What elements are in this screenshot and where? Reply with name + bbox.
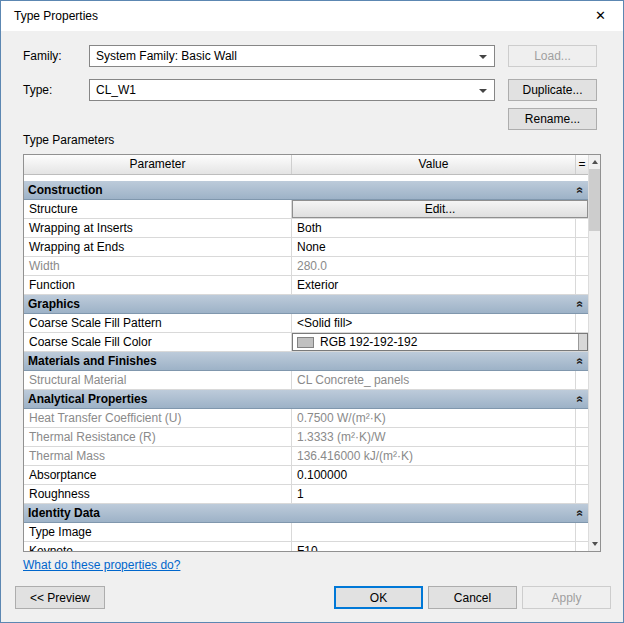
color-value-field[interactable]: RGB 192-192-192 xyxy=(292,333,588,351)
parameter-value[interactable]: <Solid fill> xyxy=(292,314,576,332)
parameters-rows: Construction«StructureEdit...Wrapping at… xyxy=(24,181,588,552)
equalize-cell xyxy=(576,447,588,465)
cancel-button[interactable]: Cancel xyxy=(428,586,517,609)
parameter-value[interactable] xyxy=(292,523,576,541)
collapse-chevron-icon[interactable]: « xyxy=(572,396,590,403)
section-header-row[interactable]: Identity Data« xyxy=(24,504,588,523)
collapse-chevron-icon[interactable]: « xyxy=(572,358,590,365)
parameter-name: Heat Transfer Coefficient (U) xyxy=(24,409,292,427)
section-title: Analytical Properties xyxy=(28,390,147,408)
parameter-row: Wrapping at EndsNone xyxy=(24,238,588,257)
scroll-up-icon[interactable] xyxy=(589,155,600,169)
parameter-row: StructureEdit... xyxy=(24,200,588,219)
parameter-name: Type Image xyxy=(24,523,292,541)
parameter-value[interactable]: F10 xyxy=(292,542,576,552)
title-bar[interactable]: Type Properties ✕ xyxy=(1,1,623,31)
equalize-cell xyxy=(576,276,588,294)
parameter-name: Function xyxy=(24,276,292,294)
table-content: Parameter Value = Construction«Structure… xyxy=(24,155,588,552)
parameter-name: Structural Material xyxy=(24,371,292,389)
parameter-value: RGB 192-192-192 xyxy=(292,333,588,351)
parameter-name: Keynote xyxy=(24,542,292,552)
column-header-equalize[interactable]: = xyxy=(576,155,588,174)
section-title: Materials and Finishes xyxy=(28,352,157,370)
chevron-down-icon xyxy=(479,55,487,59)
preview-button[interactable]: << Preview xyxy=(15,586,105,609)
parameter-value: 280.0 xyxy=(292,257,576,275)
family-combobox[interactable]: System Family: Basic Wall xyxy=(89,45,495,67)
parameter-value[interactable]: None xyxy=(292,238,576,256)
window-title: Type Properties xyxy=(14,9,98,23)
parameter-value: CL Concrete_ panels xyxy=(292,371,576,389)
column-header-parameter[interactable]: Parameter xyxy=(24,155,292,174)
parameter-row: Absorptance0.100000 xyxy=(24,466,588,485)
type-combobox-value: CL_W1 xyxy=(96,83,136,97)
type-combobox[interactable]: CL_W1 xyxy=(89,79,495,101)
column-header-value[interactable]: Value xyxy=(292,155,576,174)
scrollbar-thumb[interactable] xyxy=(589,169,600,231)
parameter-value: 0.7500 W/(m²·K) xyxy=(292,409,576,427)
scroll-down-icon[interactable] xyxy=(589,537,600,551)
chevron-down-icon xyxy=(479,89,487,93)
properties-help-link[interactable]: What do these properties do? xyxy=(23,558,180,572)
table-header-row: Parameter Value = xyxy=(24,155,588,175)
parameter-row: Coarse Scale Fill ColorRGB 192-192-192 xyxy=(24,333,588,352)
parameter-row: Type Image xyxy=(24,523,588,542)
parameter-name: Wrapping at Ends xyxy=(24,238,292,256)
collapse-chevron-icon[interactable]: « xyxy=(572,187,590,194)
parameter-row: FunctionExterior xyxy=(24,276,588,295)
equalize-cell xyxy=(576,219,588,237)
parameter-value[interactable]: Both xyxy=(292,219,576,237)
type-label: Type: xyxy=(23,79,52,101)
parameter-name: Thermal Resistance (R) xyxy=(24,428,292,446)
parameter-row: Thermal Resistance (R)1.3333 (m²·K)/W xyxy=(24,428,588,447)
close-icon[interactable]: ✕ xyxy=(578,1,623,31)
parameter-name: Coarse Scale Fill Color xyxy=(24,333,292,351)
color-swatch-icon xyxy=(297,337,314,348)
rename-button[interactable]: Rename... xyxy=(508,108,597,130)
section-header-row[interactable]: Graphics« xyxy=(24,295,588,314)
apply-button[interactable]: Apply xyxy=(522,586,611,609)
parameter-value: 1.3333 (m²·K)/W xyxy=(292,428,576,446)
parameter-name: Thermal Mass xyxy=(24,447,292,465)
vertical-scrollbar[interactable] xyxy=(588,155,600,551)
parameter-name: Width xyxy=(24,257,292,275)
family-label: Family: xyxy=(23,45,62,67)
parameter-name: Coarse Scale Fill Pattern xyxy=(24,314,292,332)
parameter-row: Width280.0 xyxy=(24,257,588,276)
parameter-row: Structural MaterialCL Concrete_ panels xyxy=(24,371,588,390)
ok-button[interactable]: OK xyxy=(334,586,423,609)
parameter-name: Absorptance xyxy=(24,466,292,484)
parameter-value: Edit... xyxy=(292,200,588,218)
color-browse-button[interactable] xyxy=(578,334,587,350)
duplicate-button[interactable]: Duplicate... xyxy=(508,79,597,101)
parameter-value[interactable]: Exterior xyxy=(292,276,576,294)
collapse-chevron-icon[interactable]: « xyxy=(572,301,590,308)
type-properties-dialog: Type Properties ✕ Family: System Family:… xyxy=(0,0,624,623)
load-button[interactable]: Load... xyxy=(508,45,597,67)
section-header-row[interactable]: Analytical Properties« xyxy=(24,390,588,409)
section-header-row[interactable]: Materials and Finishes« xyxy=(24,352,588,371)
parameter-row: Coarse Scale Fill Pattern<Solid fill> xyxy=(24,314,588,333)
section-title: Graphics xyxy=(28,295,80,313)
section-title: Identity Data xyxy=(28,504,100,522)
family-combobox-value: System Family: Basic Wall xyxy=(96,49,237,63)
equalize-cell xyxy=(576,409,588,427)
section-header-row[interactable]: Construction« xyxy=(24,181,588,200)
parameter-row: KeynoteF10 xyxy=(24,542,588,552)
equalize-cell xyxy=(576,257,588,275)
parameter-row: Roughness1 xyxy=(24,485,588,504)
parameter-row: Heat Transfer Coefficient (U)0.7500 W/(m… xyxy=(24,409,588,428)
edit-structure-button[interactable]: Edit... xyxy=(292,200,588,218)
parameter-value[interactable]: 1 xyxy=(292,485,576,503)
collapse-chevron-icon[interactable]: « xyxy=(572,510,590,517)
parameter-name: Wrapping at Inserts xyxy=(24,219,292,237)
type-parameters-label: Type Parameters xyxy=(23,129,114,151)
equalize-cell xyxy=(576,466,588,484)
parameter-name: Roughness xyxy=(24,485,292,503)
equalize-cell xyxy=(576,485,588,503)
equalize-cell xyxy=(576,371,588,389)
equalize-cell xyxy=(576,542,588,552)
color-value-text: RGB 192-192-192 xyxy=(320,334,417,350)
parameter-value[interactable]: 0.100000 xyxy=(292,466,576,484)
